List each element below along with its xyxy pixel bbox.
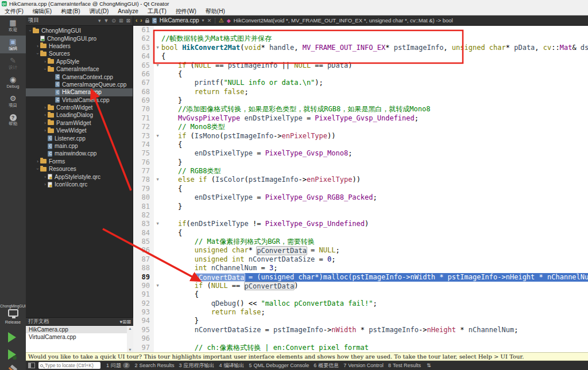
expand-chevron-icon[interactable]: › (42, 128, 48, 133)
expand-chevron-icon[interactable]: › (35, 51, 40, 56)
tree-item-label: LoadingDialog (56, 112, 93, 118)
expand-chevron-icon[interactable]: › (42, 67, 48, 72)
chevron-down-icon[interactable]: ▾ (202, 18, 204, 23)
back-icon[interactable]: ‹ (136, 17, 137, 24)
code-token: ; (261, 308, 265, 317)
tree-item-controlwidget[interactable]: ›ControlWidget (26, 104, 133, 111)
code-token: ); (315, 79, 323, 87)
tree-item-listener-cpp[interactable]: Listener.cpp (26, 134, 133, 142)
scrollbar[interactable]: ▲ ▼ (127, 326, 133, 352)
fold-marker (154, 273, 161, 282)
symbol-selector[interactable]: HikConvert2Mat(void *, MV_FRAME_OUT_INFO… (234, 17, 453, 24)
fold-marker[interactable]: ▼ (154, 44, 161, 52)
sidebar-item-design[interactable]: ✎设计 (0, 54, 26, 72)
tree-item-chongminggui-pro[interactable]: ChongMingGUI.pro (26, 34, 133, 42)
fold-marker[interactable]: ▼ (154, 282, 161, 290)
open-doc-item[interactable]: HikCamera.cpp (26, 326, 127, 333)
code-token: cv (543, 44, 551, 52)
tree-item-viewwidget[interactable]: ›ViewWidget (26, 127, 133, 134)
sidebar-item-edit[interactable]: ▣编辑 (0, 36, 26, 53)
locator-input[interactable] (45, 363, 96, 368)
close-panel-icon[interactable]: ⊠ (126, 18, 130, 24)
output-pane-button-7[interactable]: 7Version Control (341, 363, 386, 368)
fold-marker[interactable]: ▼ (154, 176, 161, 184)
output-pane-arrows-icon[interactable]: ⇅ (427, 363, 431, 368)
sidebar-toggle-icon[interactable] (28, 363, 35, 368)
output-pane-button-6[interactable]: 6概要信息 (311, 362, 341, 369)
title-bar[interactable]: QC HikCamera.cpp (CameraInterface @ Chon… (0, 0, 588, 7)
code-token: // Mono8类型 (178, 123, 225, 131)
expand-chevron-icon[interactable]: › (42, 112, 48, 118)
menu-item-7[interactable]: 帮助(H) (201, 7, 230, 15)
tree-item-appstyle-style-qrc[interactable]: ›AppStyle\style.qrc (26, 173, 133, 180)
tree-item-cameraimagequeue-cpp[interactable]: CameraImageQueue.cpp (26, 81, 133, 88)
sidebar-item-projects[interactable]: ⚙项目 (0, 92, 26, 110)
filter-icon[interactable]: ▼ (103, 18, 109, 24)
close-tab-icon[interactable]: ✕ (207, 18, 212, 24)
run-button[interactable] (8, 332, 16, 342)
project-panel: 项目 ▾ ▼ ⊙ ⊞ ⊠ ›ChongMingGUIChongMingGUI.p… (26, 15, 133, 352)
tree-item-resources[interactable]: ›Resources (26, 165, 133, 173)
kit-selector[interactable]: ChongMingGUIRelease (0, 304, 26, 325)
tree-item-hikcamera-cpp[interactable]: HikCamera.cpp (26, 88, 133, 96)
code-token: NULL (319, 246, 336, 255)
output-pane-button-1[interactable]: 1问题2 (104, 362, 132, 369)
split-icon[interactable]: ⊞ (119, 18, 123, 24)
fold-marker[interactable]: ▼ (154, 220, 161, 228)
sidebar-item-help[interactable]: ?帮助 (0, 111, 26, 129)
menu-item-5[interactable]: 工具(T) (143, 7, 171, 15)
output-pane-button-4[interactable]: 4编译输出 (217, 362, 247, 369)
tree-item-main-cpp[interactable]: main.cpp (26, 142, 133, 150)
code-editor[interactable]: 6162//帧数据转换为Mat格式图片并保存63▼bool HikConvert… (133, 26, 588, 352)
locator[interactable] (38, 362, 100, 369)
scroll-up-icon[interactable]: ▲ (128, 326, 132, 330)
notification-bar[interactable]: Would you like to take a quick UI tour? … (26, 352, 588, 361)
build-button[interactable] (7, 367, 20, 370)
output-pane-button-2[interactable]: 2Search Results (132, 363, 176, 368)
tree-item-chongminggui[interactable]: ›ChongMingGUI (26, 27, 133, 34)
tree-item-mainwindow-cpp[interactable]: mainwindow.cpp (26, 150, 133, 157)
output-pane-button-5[interactable]: 5QML Debugger Console (247, 363, 312, 368)
menu-item-2[interactable]: 构建(B) (56, 7, 84, 15)
sidebar-item-grid[interactable]: ▦欢迎 (0, 17, 26, 34)
tree-item-camerainterface[interactable]: ›CameraInterface (26, 65, 133, 73)
tree-item-cameracontext-cpp[interactable]: CameraContext.cpp (26, 73, 133, 80)
expand-chevron-icon[interactable]: › (42, 182, 48, 187)
expand-chevron-icon[interactable]: › (42, 59, 48, 64)
close-panel-icon[interactable]: ⊠ (126, 319, 131, 325)
tree-item-sources[interactable]: ›Sources (26, 50, 133, 57)
menu-item-0[interactable]: 文件(F) (0, 7, 28, 15)
scroll-down-icon[interactable]: ▼ (128, 348, 132, 352)
code-text: if (NULL == pConvertData) (161, 282, 588, 290)
tree-item-paramwidget[interactable]: ›ParamWidget (26, 119, 133, 127)
code-token: int (232, 255, 245, 264)
sidebar-item-debug[interactable]: ◉Debug (0, 73, 26, 91)
expand-chevron-icon[interactable]: › (42, 105, 48, 110)
output-pane-button-8[interactable]: 8Test Results (386, 363, 423, 368)
fold-marker[interactable]: ▼ (154, 132, 161, 141)
fold-marker[interactable]: ▼ (154, 61, 161, 70)
expand-chevron-icon[interactable]: › (35, 44, 40, 49)
tree-item-icon-icon-qrc[interactable]: ›Icon\Icon.qrc (26, 181, 133, 188)
expand-chevron-icon[interactable]: › (28, 28, 33, 33)
output-pane-button-3[interactable]: 3应用程序输出 (177, 362, 217, 369)
menu-item-6[interactable]: 控件(W) (171, 7, 201, 15)
dropdown-icon[interactable]: ▾ (98, 18, 101, 24)
tree-item-loadingdialog[interactable]: ›LoadingDialog (26, 111, 133, 119)
forward-icon[interactable]: › (140, 17, 142, 24)
menu-item-1[interactable]: 编辑(E) (28, 7, 56, 15)
menu-item-3[interactable]: 调试(D) (84, 7, 113, 15)
tree-item-headers[interactable]: ›Headers (26, 42, 133, 50)
tree-item-appstyle[interactable]: ›AppStyle (26, 58, 133, 65)
expand-chevron-icon[interactable]: › (42, 120, 48, 126)
menu-item-4[interactable]: Analyze (113, 7, 143, 15)
expand-chevron-icon[interactable]: › (35, 166, 40, 172)
editor-tab-label[interactable]: HikCamera.cpp (160, 17, 199, 24)
expand-chevron-icon[interactable]: › (35, 159, 40, 164)
split-icon[interactable]: ⊞ (122, 319, 127, 325)
tree-item-virtualcamera-cpp[interactable]: VirtualCamera.cpp (26, 96, 133, 104)
expand-chevron-icon[interactable]: › (42, 174, 48, 180)
tree-item-forms[interactable]: ›Forms (26, 158, 133, 165)
sync-icon[interactable]: ⊙ (111, 18, 116, 24)
open-doc-item[interactable]: VirtualCamera.cpp (26, 333, 127, 341)
